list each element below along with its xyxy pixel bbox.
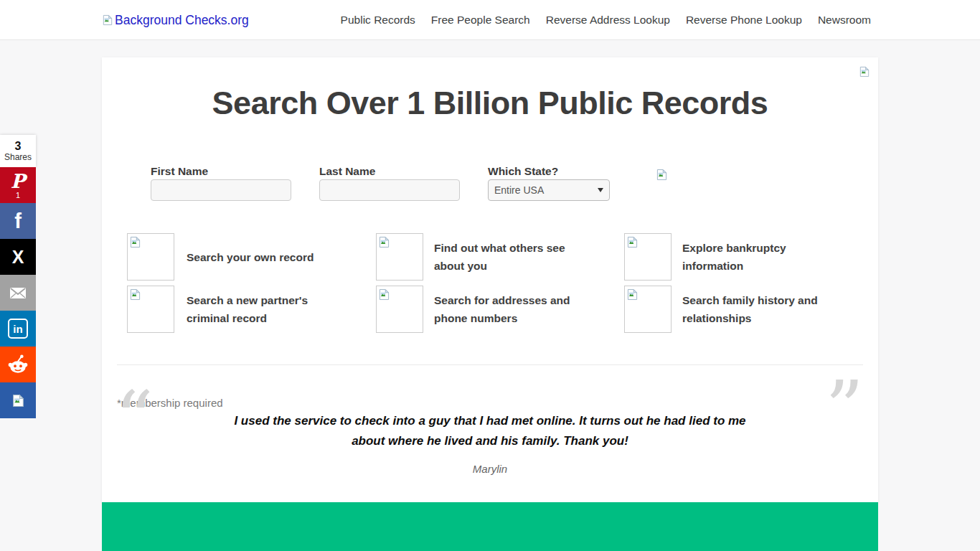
state-select-wrap: Entire USA — [488, 179, 610, 201]
facebook-share-button[interactable]: f — [0, 203, 36, 239]
broken-image-icon — [859, 66, 870, 77]
first-name-input[interactable] — [151, 179, 291, 201]
first-name-label: First Name — [151, 165, 208, 178]
testimonial-quote-wrap: I used the service to check into a guy t… — [102, 411, 878, 451]
broken-image-icon — [627, 288, 638, 301]
feature-image-placeholder — [376, 233, 423, 281]
feature-family-history: Search family history and relationships — [624, 286, 833, 333]
share-count-number: 3 — [15, 140, 22, 152]
pinterest-icon: P — [11, 171, 25, 191]
feature-bankruptcy: Explore bankruptcy information — [624, 233, 833, 281]
feature-addresses-phones: Search for addresses and phone numbers — [376, 286, 585, 333]
broken-image-icon — [130, 236, 141, 248]
testimonial-author: Marylin — [102, 463, 878, 475]
feature-label: Explore bankruptcy information — [682, 239, 833, 275]
envelope-icon — [8, 283, 28, 303]
broken-image-icon — [656, 169, 667, 181]
pinterest-share-button[interactable]: P 1 — [0, 167, 36, 203]
feature-image-placeholder — [624, 233, 672, 281]
broken-image-icon — [379, 236, 390, 248]
broken-image-icon — [379, 288, 390, 301]
nav-newsroom[interactable]: Newsroom — [818, 14, 871, 27]
feature-label: Search family history and relationships — [682, 291, 833, 327]
feature-own-record: Search your own record — [127, 233, 326, 281]
last-name-label: Last Name — [319, 165, 375, 178]
feature-partner-criminal-record: Search a new partner's criminal record — [127, 286, 326, 333]
feature-label: Find out what others see about you — [434, 239, 585, 275]
linkedin-icon: in — [8, 319, 28, 339]
reddit-icon — [6, 352, 30, 377]
main-nav: Public Records Free People Search Revers… — [341, 0, 871, 40]
top-navigation: Background Checks.org Public Records Fre… — [0, 0, 980, 40]
membership-note: *membership required — [117, 397, 223, 409]
pinterest-share-count: 1 — [16, 191, 20, 199]
feature-what-others-see: Find out what others see about you — [376, 233, 585, 281]
feature-label: Search your own record — [187, 248, 326, 266]
email-share-button[interactable] — [0, 275, 36, 311]
share-count-label: Shares — [4, 152, 32, 162]
share-sidebar: 3 Shares P 1 f X in — [0, 135, 36, 418]
share-counter: 3 Shares — [0, 135, 36, 167]
feature-image-placeholder — [624, 286, 672, 333]
feature-image-placeholder — [127, 286, 174, 333]
nav-public-records[interactable]: Public Records — [341, 14, 415, 27]
broken-image-icon — [627, 236, 638, 248]
site-logo[interactable]: Background Checks.org — [103, 0, 249, 40]
more-share-button[interactable] — [0, 382, 36, 418]
state-label: Which State? — [488, 165, 558, 178]
reddit-share-button[interactable] — [0, 347, 36, 382]
last-name-input[interactable] — [319, 179, 460, 201]
broken-image-icon — [12, 394, 24, 408]
state-select[interactable]: Entire USA — [488, 179, 610, 201]
testimonial-quote: I used the service to check into a guy t… — [225, 411, 755, 451]
logo-text: Background Checks.org — [115, 13, 249, 28]
nav-reverse-address-lookup[interactable]: Reverse Address Lookup — [546, 14, 670, 27]
broken-image-icon — [103, 14, 113, 26]
facebook-icon: f — [14, 210, 22, 232]
page-title: Search Over 1 Billion Public Records — [102, 85, 878, 122]
feature-image-placeholder — [127, 233, 174, 281]
nav-reverse-phone-lookup[interactable]: Reverse Phone Lookup — [686, 14, 802, 27]
hero-card: Search Over 1 Billion Public Records Fir… — [102, 57, 878, 502]
x-twitter-icon: X — [12, 248, 24, 266]
x-share-button[interactable]: X — [0, 239, 36, 275]
linkedin-share-button[interactable]: in — [0, 311, 36, 347]
footer-green-band — [102, 502, 878, 551]
feature-label: Search a new partner's criminal record — [187, 291, 326, 327]
section-divider — [117, 364, 863, 365]
feature-image-placeholder — [376, 286, 423, 333]
broken-image-icon — [130, 288, 141, 301]
nav-free-people-search[interactable]: Free People Search — [431, 14, 530, 27]
feature-label: Search for addresses and phone numbers — [434, 291, 585, 327]
